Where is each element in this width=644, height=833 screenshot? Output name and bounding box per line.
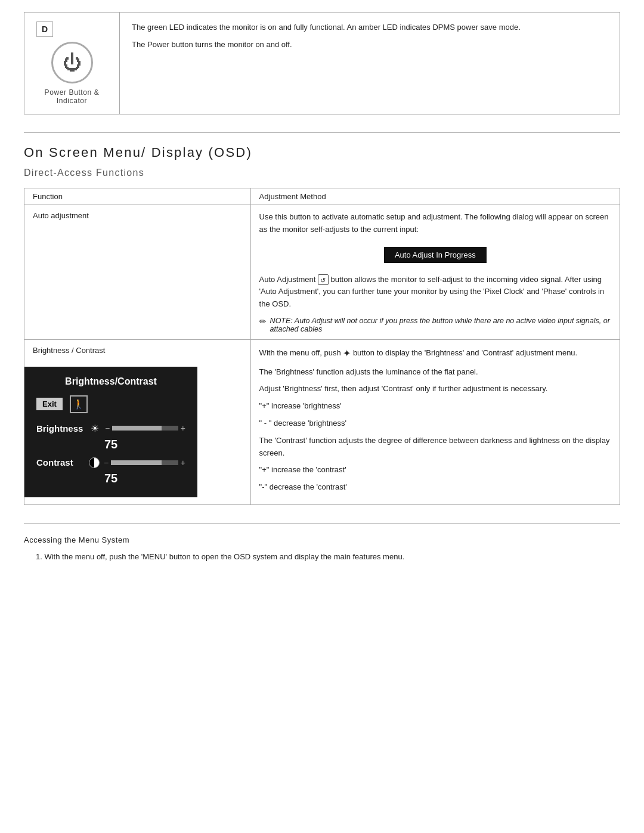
auto-adjust-btn-wrapper: Auto Adjust In Progress: [259, 241, 611, 269]
osd-brightness-fill: [112, 426, 162, 431]
osd-contrast-slider[interactable]: [111, 460, 178, 465]
bc-para4b: " - " decrease 'brightness': [259, 417, 611, 430]
auto-adj-para1: Use this button to activate automatic se…: [259, 211, 611, 236]
table-row-auto-adjustment: Auto adjustment Use this button to activ…: [24, 205, 620, 340]
osd-title: Brightness/Contrast: [36, 376, 185, 387]
bc-para1: With the menu off, push ✦ button to disp…: [259, 346, 611, 361]
auto-adjustment-label: Auto adjustment: [33, 211, 89, 220]
osd-brightness-label: Brightness: [36, 423, 84, 433]
osd-person-icon: 🚶: [70, 395, 88, 413]
table-header-row: Function Adjustment Method: [24, 188, 620, 205]
brightness-contrast-label: Brightness / Contrast: [24, 340, 250, 361]
osd-brightness-slider[interactable]: [112, 426, 178, 431]
main-heading: On Screen Menu/ Display (OSD): [24, 145, 620, 160]
col-adjustment-header: Adjustment Method: [250, 188, 620, 205]
sun-icon-inline: ✦: [343, 346, 351, 361]
direct-access-table: Function Adjustment Method Auto adjustme…: [24, 188, 620, 505]
auto-icon: ↺: [318, 274, 329, 285]
power-section: D ⏻ Power Button &Indicator The green LE…: [24, 12, 620, 114]
section-divider-1: [24, 132, 620, 133]
auto-adjust-in-progress-btn: Auto Adjust In Progress: [384, 247, 487, 263]
power-button-label: Power Button &Indicator: [45, 88, 100, 105]
brightness-contrast-method-cell: With the menu off, push ✦ button to disp…: [250, 339, 620, 504]
bc-para5: The 'Contrast' function adjusts the degr…: [259, 435, 611, 460]
osd-exit-row: Exit 🚶: [36, 395, 185, 413]
table-row-brightness-contrast: Brightness / Contrast Brightness/Contras…: [24, 339, 620, 504]
bc-para4a: "+" increase 'brightness': [259, 400, 611, 413]
osd-exit-button[interactable]: Exit: [36, 398, 63, 410]
osd-brightness-plus: +: [181, 423, 185, 433]
osd-sun-icon: ☀: [89, 423, 101, 434]
osd-contrast-row: Contrast – +: [36, 457, 185, 468]
power-desc-2: The Power button turns the monitor on an…: [132, 39, 521, 51]
osd-contrast-label: Contrast: [36, 457, 84, 467]
osd-contrast-plus: +: [181, 458, 185, 467]
bottom-section: Accessing the Menu System 1. With the me…: [24, 535, 620, 563]
osd-contrast-slider-area: – +: [104, 458, 185, 467]
osd-brightness-row: Brightness ☀ – +: [36, 423, 185, 434]
section-divider-2: [24, 523, 620, 524]
osd-brightness-slider-area: – +: [106, 423, 185, 433]
brightness-contrast-function-cell: Brightness / Contrast Brightness/Contras…: [24, 339, 251, 504]
column-letter: D: [36, 21, 53, 37]
bc-para3: Adjust 'Brightness' first, then adjust '…: [259, 383, 611, 395]
osd-contrast-fill: [111, 460, 162, 465]
bc-para6a: "+" increase the 'contrast': [259, 464, 611, 476]
power-icon-area: ⏻ Power Button &Indicator: [45, 42, 100, 105]
note-icon: ✏: [259, 317, 267, 333]
osd-brightness-value: 75: [36, 438, 185, 451]
auto-adjustment-method-cell: Use this button to activate automatic se…: [250, 205, 620, 340]
sub-heading: Direct-Access Functions: [24, 168, 620, 178]
osd-brightness-minus: –: [106, 424, 110, 432]
menu-item-1: 1. With the menu off, push the 'MENU' bu…: [36, 550, 620, 563]
col-function-header: Function: [24, 188, 251, 205]
accessing-label: Accessing the Menu System: [24, 535, 620, 544]
osd-contrast-value: 75: [36, 472, 185, 485]
auto-adj-note: ✏ NOTE: Auto Adjust will not occur if yo…: [259, 317, 611, 333]
bc-para6b: "-" decrease the 'contrast': [259, 481, 611, 494]
auto-adjustment-function-cell: Auto adjustment: [24, 205, 251, 340]
auto-adj-para2: Auto Adjustment ↺ button allows the moni…: [259, 274, 611, 311]
power-desc-1: The green LED indicates the monitor is o…: [132, 21, 521, 34]
osd-display: Brightness/Contrast Exit 🚶 Brightness ☀ …: [24, 367, 197, 497]
note-text-content: NOTE: Auto Adjust will not occur if you …: [270, 317, 611, 333]
osd-contrast-minus: –: [104, 459, 109, 467]
osd-contrast-icon: [89, 457, 100, 468]
power-button-cell: D ⏻ Power Button &Indicator: [24, 13, 120, 114]
power-symbol-icon: ⏻: [63, 53, 82, 72]
power-description-cell: The green LED indicates the monitor is o…: [120, 13, 532, 114]
bc-para2: The 'Brightness' function adjusts the lu…: [259, 366, 611, 379]
power-icon-circle: ⏻: [51, 42, 93, 83]
